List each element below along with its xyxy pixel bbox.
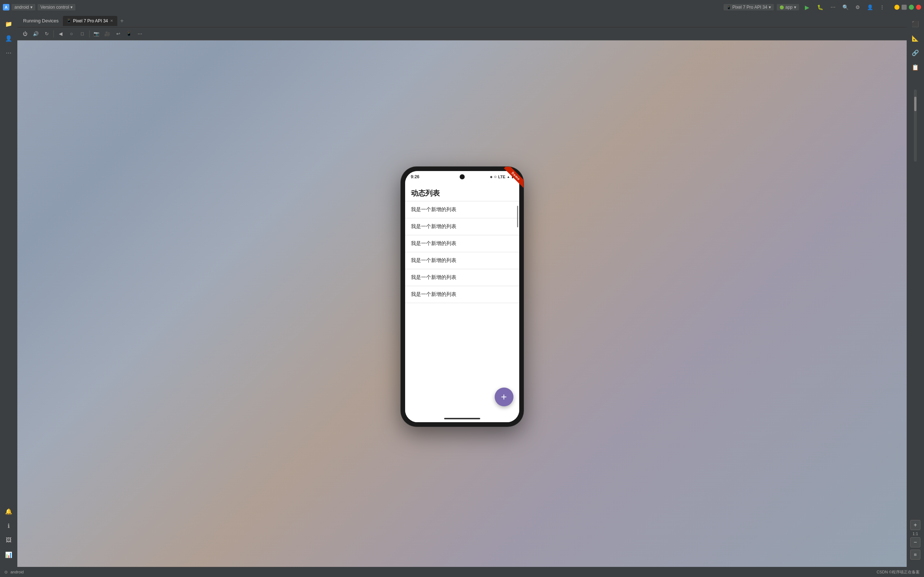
- tab-label: Pixel 7 Pro API 34: [73, 18, 108, 23]
- maximize-button[interactable]: [909, 5, 914, 10]
- sidebar-icon-info[interactable]: ℹ: [2, 519, 15, 532]
- phone-container: Demo 9:26 ◆ ⊙ LTE: [401, 167, 523, 427]
- copyright-label: CSDN ©程序喵正在备案: [877, 569, 920, 575]
- signal-icon: ◆: [490, 175, 493, 179]
- project-name: ⊙: [4, 570, 8, 574]
- screenrecord-button[interactable]: 🎥: [103, 29, 112, 39]
- power-button[interactable]: ⏻: [20, 29, 30, 39]
- list-item-4[interactable]: 我是一个新增的列表: [405, 269, 519, 286]
- right-panel-icon-3[interactable]: 🔗: [909, 46, 922, 59]
- list-item-2[interactable]: 我是一个新增的列表: [405, 235, 519, 252]
- list-divider-6: [405, 303, 519, 303]
- sidebar-icon-folder[interactable]: 📁: [2, 17, 15, 30]
- screenshot-button[interactable]: 📷: [92, 29, 101, 39]
- tab-pixel7pro[interactable]: 📱 Pixel 7 Pro API 34 ✕: [63, 16, 117, 26]
- settings-icon[interactable]: ⚙: [853, 2, 863, 12]
- rotate-button[interactable]: ↻: [42, 29, 51, 39]
- app-run-button[interactable]: 🟢 app ▾: [777, 4, 799, 10]
- toolbar-separator-1: [53, 30, 54, 37]
- close-button[interactable]: [916, 5, 921, 10]
- status-right-items: CSDN ©程序喵正在备案: [877, 569, 920, 575]
- minimize-button[interactable]: [894, 5, 900, 10]
- run-button[interactable]: ▶: [802, 2, 812, 12]
- title-bar-right: 🔍 ⚙ 👤 ⋮: [840, 2, 921, 12]
- right-panel: ⬛ 📐 🔗 📋 + 1:1 − ⊞: [907, 15, 924, 567]
- right-scroll-thumb[interactable]: [914, 97, 916, 111]
- toolbar-more-button[interactable]: ⋯: [135, 29, 144, 39]
- right-panel-icon-2[interactable]: 📐: [909, 32, 922, 45]
- volume-button[interactable]: 🔊: [31, 29, 40, 39]
- debug-button[interactable]: 🐛: [815, 2, 825, 12]
- restore-button[interactable]: [901, 5, 907, 10]
- home-button[interactable]: ○: [67, 29, 76, 39]
- status-time: 9:26: [411, 174, 420, 179]
- tab-bar: Running Devices 📱 Pixel 7 Pro API 34 ✕ +: [17, 15, 907, 27]
- app-name-button[interactable]: android ▾: [11, 4, 36, 10]
- search-icon[interactable]: 🔍: [840, 2, 850, 12]
- app-icon: A: [3, 4, 10, 10]
- tab-close-button[interactable]: ✕: [110, 18, 114, 23]
- toolbar-more-icon[interactable]: ⋮: [877, 2, 887, 12]
- fab-button[interactable]: +: [495, 388, 514, 406]
- title-bar: A android ▾ Version control ▾ 📱 Pixel 7 …: [0, 0, 924, 15]
- list-item-0[interactable]: 我是一个新增的列表: [405, 201, 519, 218]
- overview-button[interactable]: □: [78, 29, 87, 39]
- zoom-in-button[interactable]: +: [910, 520, 921, 530]
- title-bar-center: 📱 Pixel 7 Pro API 34 ▾ 🟢 app ▾ ▶ 🐛 ⋯: [724, 2, 838, 12]
- phone-frame: Demo 9:26 ◆ ⊙ LTE: [401, 167, 523, 427]
- sidebar-icon-analytics[interactable]: 📊: [2, 548, 15, 561]
- sidebar-icon-more[interactable]: ⋯: [2, 46, 15, 59]
- device-toolbar: ⏻ 🔊 ↻ ◀ ○ □ 📷 🎥 ↩ 📱 ⋯: [17, 27, 907, 40]
- running-devices-label[interactable]: Running Devices: [20, 16, 61, 25]
- camera-notch: [460, 174, 465, 179]
- device-selector-button[interactable]: 📱 Pixel 7 Pro API 34 ▾: [724, 4, 774, 10]
- zoom-level-label: 1:1: [913, 531, 918, 537]
- zoom-out-button[interactable]: −: [910, 537, 921, 547]
- title-bar-left: A android ▾ Version control ▾: [3, 4, 721, 10]
- sidebar-icon-notifications[interactable]: 🔔: [2, 505, 15, 518]
- phone-bottom-bar: [405, 415, 519, 422]
- scroll-thumb[interactable]: [517, 206, 518, 227]
- app-content[interactable]: 动态列表 我是一个新增的列表 我是一个新增的列表 我是一个新增的列表 我是一个新…: [405, 182, 519, 415]
- device-preview-area: Demo 9:26 ◆ ⊙ LTE: [17, 40, 907, 567]
- tab-device-icon: 📱: [66, 18, 71, 23]
- undo-button[interactable]: ↩: [113, 29, 123, 39]
- sidebar-icon-users[interactable]: 👤: [2, 32, 15, 45]
- main-layout: 📁 👤 ⋯ 🔔 ℹ 🖼 📊 Running Devices 📱 Pixel 7 …: [0, 15, 924, 567]
- sidebar-icon-gallery[interactable]: 🖼: [2, 534, 15, 547]
- account-icon[interactable]: 👤: [865, 2, 875, 12]
- list-item-5[interactable]: 我是一个新增的列表: [405, 286, 519, 303]
- version-control-button[interactable]: Version control ▾: [37, 4, 76, 10]
- add-tab-button[interactable]: +: [119, 18, 125, 24]
- demo-badge: Demo: [504, 167, 523, 188]
- project-label: android: [10, 570, 24, 574]
- home-indicator: [444, 418, 480, 419]
- content-area: Running Devices 📱 Pixel 7 Pro API 34 ✕ +…: [17, 15, 907, 567]
- demo-badge-container: Demo: [495, 167, 523, 196]
- left-sidebar: 📁 👤 ⋯ 🔔 ℹ 🖼 📊: [0, 15, 17, 567]
- right-panel-icon-4[interactable]: 📋: [909, 61, 922, 74]
- phone-screen: 9:26 ◆ ⊙ LTE ▲ ▮: [405, 171, 519, 422]
- list-item-3[interactable]: 我是一个新增的列表: [405, 252, 519, 269]
- bottom-status-bar: ⊙ android CSDN ©程序喵正在备案: [0, 567, 924, 577]
- device-scrollbar[interactable]: [517, 206, 519, 392]
- more-run-options[interactable]: ⋯: [828, 2, 838, 12]
- zoom-fit-button[interactable]: ⊞: [910, 550, 921, 560]
- right-panel-icon-1[interactable]: ⬛: [909, 17, 922, 30]
- zoom-controls: + 1:1 − ⊞: [910, 520, 921, 564]
- toolbar-separator-2: [89, 30, 90, 37]
- back-button[interactable]: ◀: [56, 29, 65, 39]
- right-scroll-track[interactable]: [914, 90, 917, 162]
- list-item-1[interactable]: 我是一个新增的列表: [405, 218, 519, 235]
- fold-button[interactable]: 📱: [124, 29, 134, 39]
